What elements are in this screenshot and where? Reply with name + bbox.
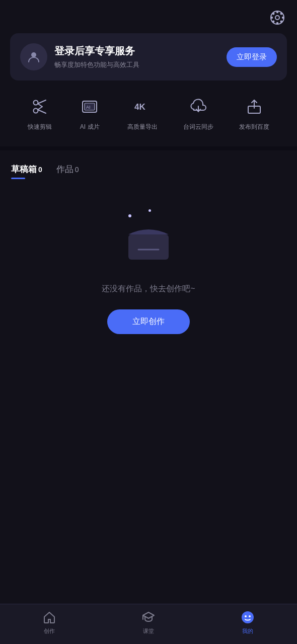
class-icon-wrap — [141, 610, 156, 625]
tab-works-count: 0 — [75, 166, 79, 174]
home-icon — [43, 611, 56, 624]
section-divider — [0, 146, 297, 150]
svg-line-15 — [38, 104, 42, 107]
nav-label-mine: 我的 — [242, 627, 253, 635]
tabs-row: 草稿箱0 作品0 — [0, 155, 297, 179]
nav-item-mine[interactable]: 我的 — [198, 610, 297, 635]
tab-drafts-label: 草稿箱 — [11, 165, 37, 174]
empty-state: 还没有作品，快去创作吧~ 立即创作 — [0, 179, 297, 354]
feature-ai-clip[interactable]: AI AI 成片 — [78, 95, 102, 131]
feature-lyrics-sync[interactable]: 台词云同步 — [183, 95, 213, 131]
class-icon — [142, 611, 155, 624]
top-bar — [0, 0, 297, 33]
svg-point-11 — [34, 101, 38, 105]
banner-subtitle: 畅享度加特色功能与高效工具 — [54, 60, 219, 69]
nav-label-create: 创作 — [44, 627, 55, 635]
feature-label-quick-edit: 快速剪辑 — [28, 123, 52, 131]
svg-text:4K: 4K — [134, 102, 145, 112]
features-row: 快速剪辑 AI AI 成片 4K 高质量导出 台词 — [10, 80, 287, 141]
cloud-down-icon — [190, 98, 207, 115]
scissors-icon — [31, 98, 48, 115]
feature-label-hq-export: 高质量导出 — [127, 123, 158, 131]
4k-icon: 4K — [134, 98, 151, 115]
svg-line-13 — [38, 100, 46, 104]
feature-label-publish-baidu: 发布到百度 — [239, 123, 269, 131]
svg-point-4 — [271, 17, 273, 19]
svg-rect-25 — [128, 234, 169, 260]
svg-point-5 — [282, 17, 284, 19]
face-icon — [241, 610, 255, 624]
share-up-icon — [246, 98, 263, 115]
tab-works[interactable]: 作品0 — [56, 164, 79, 179]
svg-point-1 — [275, 16, 279, 20]
sparkle-dot-2 — [148, 209, 151, 212]
settings-icon — [270, 10, 285, 25]
settings-button[interactable] — [267, 7, 288, 28]
nav-label-class: 课堂 — [143, 627, 154, 635]
svg-point-10 — [31, 52, 36, 57]
create-button[interactable]: 立即创作 — [107, 309, 190, 334]
sparkle-dot-1 — [128, 214, 131, 217]
feature-quick-edit[interactable]: 快速剪辑 — [28, 95, 52, 131]
svg-point-3 — [276, 22, 278, 24]
home-icon-wrap — [42, 610, 57, 625]
svg-line-14 — [38, 110, 46, 113]
nav-item-create[interactable]: 创作 — [0, 610, 99, 635]
svg-point-2 — [276, 11, 278, 13]
tab-works-label: 作品 — [56, 165, 73, 174]
ai-icon-wrap: AI — [78, 95, 102, 119]
bottom-nav: 创作 课堂 我的 — [0, 604, 297, 644]
tab-drafts-count: 0 — [38, 166, 42, 174]
ai-clip-icon: AI — [81, 98, 98, 115]
scissors-icon-wrap — [28, 95, 52, 119]
banner-title: 登录后享专享服务 — [54, 44, 219, 58]
svg-text:AI: AI — [86, 105, 91, 110]
svg-point-9 — [272, 21, 274, 23]
face-icon-wrap — [240, 610, 255, 625]
svg-point-7 — [280, 21, 282, 23]
feature-hq-export[interactable]: 4K 高质量导出 — [127, 95, 158, 131]
svg-point-29 — [249, 615, 251, 617]
feature-label-ai-clip: AI 成片 — [80, 123, 100, 131]
feature-label-lyrics-sync: 台词云同步 — [183, 123, 213, 131]
svg-line-16 — [38, 107, 42, 110]
avatar — [20, 43, 47, 70]
login-banner: 登录后享专享服务 畅享度加特色功能与高效工具 立即登录 — [10, 33, 287, 80]
sparkles-wrap — [123, 219, 174, 267]
share-up-icon-wrap — [242, 95, 266, 119]
svg-point-8 — [280, 13, 282, 15]
user-icon — [27, 50, 41, 64]
nav-item-class[interactable]: 课堂 — [99, 610, 198, 635]
cloud-down-icon-wrap — [186, 95, 210, 119]
4k-icon-wrap: 4K — [130, 95, 155, 119]
svg-point-12 — [34, 109, 38, 113]
svg-point-27 — [242, 611, 254, 623]
feature-publish-baidu[interactable]: 发布到百度 — [239, 95, 269, 131]
tab-drafts[interactable]: 草稿箱0 — [11, 164, 42, 179]
svg-point-6 — [272, 13, 274, 15]
svg-point-28 — [245, 615, 247, 617]
empty-inbox-icon — [123, 219, 174, 265]
empty-text: 还没有作品，快去创作吧~ — [102, 284, 195, 294]
login-button[interactable]: 立即登录 — [227, 47, 277, 67]
banner-text: 登录后享专享服务 畅享度加特色功能与高效工具 — [54, 44, 219, 69]
